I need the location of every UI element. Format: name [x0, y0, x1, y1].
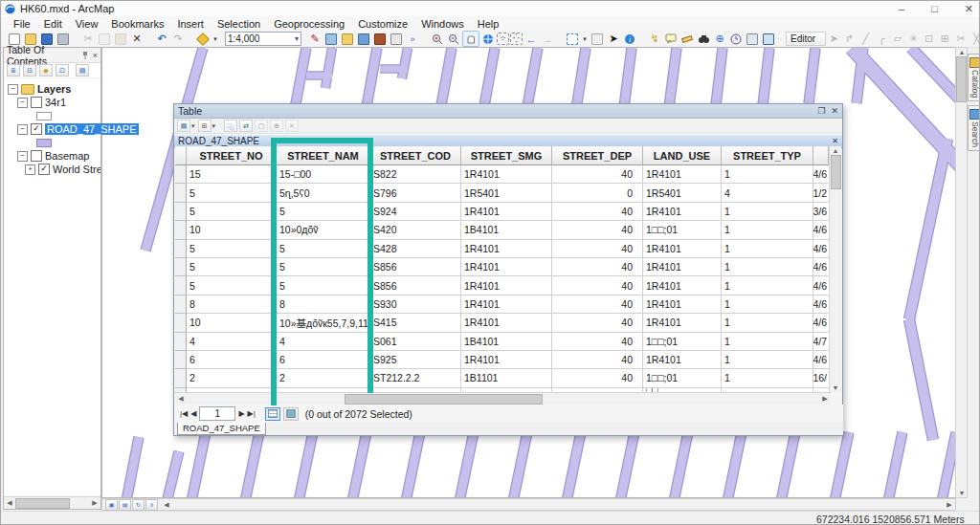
table-cell[interactable]: 5: [187, 276, 277, 295]
table-cell[interactable]: 16/: [813, 369, 829, 387]
edit-annotation-icon[interactable]: ↱: [842, 32, 858, 46]
cut-polygons-icon[interactable]: ✂: [953, 32, 969, 46]
table-cell[interactable]: 1: [722, 258, 813, 276]
table-cell[interactable]: 1: [722, 369, 813, 387]
row-selector[interactable]: [175, 351, 187, 369]
table-cell[interactable]: 1: [722, 295, 813, 314]
layer-checkbox-checked[interactable]: ✓: [31, 123, 42, 135]
clear-selection-icon[interactable]: ▢: [255, 120, 268, 132]
menu-edit[interactable]: Edit: [37, 17, 69, 31]
table-cell[interactable]: S061: [370, 333, 461, 351]
table-cell[interactable]: 4/6: [813, 240, 829, 258]
table-restore-icon[interactable]: ❐: [817, 106, 825, 116]
row-selector[interactable]: [175, 333, 187, 351]
redo-icon[interactable]: ↷: [170, 32, 186, 46]
table-cell[interactable]: 40: [552, 165, 643, 184]
toc-horizontal-scrollbar[interactable]: ◀ ▶: [4, 496, 100, 509]
row-selector[interactable]: [175, 221, 187, 239]
switch-selection-icon[interactable]: ⇄: [239, 120, 253, 132]
menu-bookmarks[interactable]: Bookmarks: [104, 17, 170, 31]
table-cell[interactable]: 40: [552, 369, 643, 387]
search-window-icon[interactable]: [356, 32, 371, 46]
python-window-icon[interactable]: »: [405, 32, 420, 46]
table-cell[interactable]: 1: [722, 314, 813, 332]
table-cell[interactable]: 1R4101: [643, 295, 722, 314]
table-cell[interactable]: 0: [552, 184, 643, 202]
table-cell[interactable]: 5: [277, 240, 370, 258]
table-sheet-tab[interactable]: ROAD_47_SHAPE: [177, 423, 266, 435]
find-binoculars-icon[interactable]: [696, 32, 711, 46]
scroll-up-icon[interactable]: ▲: [956, 49, 968, 55]
scroll-up-icon[interactable]: ▲: [830, 147, 841, 154]
map-vertical-scrollbar[interactable]: ▲ ▼: [955, 47, 968, 498]
table-cell[interactable]: 1R5401: [643, 184, 722, 202]
table-cell[interactable]: 1R4101: [461, 165, 552, 184]
menu-insert[interactable]: Insert: [170, 17, 211, 31]
measure-icon[interactable]: [679, 32, 695, 46]
table-cell[interactable]: 4/6: [813, 276, 829, 295]
trace-icon[interactable]: ▱: [890, 32, 905, 46]
model-builder-icon[interactable]: [389, 32, 404, 46]
layer-checkbox-unchecked[interactable]: [31, 150, 42, 162]
column-header-street_cod[interactable]: STREET_COD: [370, 146, 461, 165]
restore-button[interactable]: □: [931, 3, 938, 14]
endpoint-arc-icon[interactable]: ╭: [874, 32, 889, 46]
toc-hscroll-thumb[interactable]: [15, 498, 70, 509]
table-cell[interactable]: 40: [552, 351, 643, 369]
line-symbol-swatch[interactable]: [36, 112, 52, 120]
reshape-icon[interactable]: ⊞: [938, 32, 953, 46]
toc-options-icon[interactable]: ▤: [76, 64, 89, 77]
data-view-button[interactable]: ▣: [105, 499, 118, 511]
row-selector[interactable]: [175, 240, 187, 258]
table-cell[interactable]: 1R4101: [643, 351, 722, 369]
select-elements-pointer-icon[interactable]: ➤: [606, 32, 621, 46]
selector-header[interactable]: [175, 146, 187, 165]
table-cell[interactable]: 4/6: [813, 165, 829, 184]
fixed-zoom-out-icon[interactable]: ⁛: [510, 33, 523, 45]
table-cell[interactable]: 1: [722, 221, 813, 239]
table-cell[interactable]: 4/6: [813, 258, 829, 276]
table-cell[interactable]: 10»0дõṽ: [277, 221, 370, 239]
table-cell[interactable]: 8: [277, 295, 370, 314]
table-cell[interactable]: 1R4101: [461, 276, 552, 295]
table-cell[interactable]: 5: [187, 203, 277, 221]
pan-hand-icon[interactable]: [462, 31, 479, 47]
table-options-icon[interactable]: ▤: [177, 120, 190, 132]
map-vscroll-thumb[interactable]: [956, 56, 967, 102]
table-cell[interactable]: 10»基дõṽк55,7,9,11: [277, 314, 370, 332]
fixed-zoom-in-icon[interactable]: ⁘: [497, 33, 509, 45]
add-data-dropdown-icon[interactable]: ▾: [212, 32, 219, 46]
related-tables-icon[interactable]: ⊞: [198, 120, 212, 132]
table-cell[interactable]: 3/6: [813, 203, 829, 221]
refresh-view-button[interactable]: ↻: [132, 499, 145, 511]
scroll-down-icon[interactable]: ▼: [956, 490, 968, 496]
table-cell[interactable]: 1: [722, 165, 813, 184]
table-vscroll-thumb[interactable]: [831, 155, 841, 189]
table-cell[interactable]: S925: [370, 351, 461, 369]
table-cell[interactable]: 1: [722, 240, 813, 258]
table-cell[interactable]: 1R4101: [461, 295, 552, 314]
table-cell[interactable]: 1R4101: [643, 203, 722, 221]
scroll-left-icon[interactable]: ◀: [161, 501, 172, 509]
table-cell[interactable]: 1R4101: [461, 203, 552, 221]
add-data-icon[interactable]: [195, 32, 211, 46]
paste-icon[interactable]: [113, 32, 128, 46]
menu-view[interactable]: View: [69, 17, 105, 31]
back-extent-icon[interactable]: ←: [523, 32, 539, 46]
row-selector[interactable]: [175, 184, 187, 202]
column-header-land_use[interactable]: LAND_USE: [643, 146, 722, 165]
viewer-window-icon[interactable]: [745, 32, 760, 46]
table-cell[interactable]: 1□□;01: [643, 369, 722, 387]
table-cell[interactable]: 1R4101: [643, 165, 722, 184]
table-cell[interactable]: 1/2: [813, 184, 829, 202]
list-by-drawing-order-icon[interactable]: ≣: [7, 64, 20, 77]
table-cell[interactable]: 4/6: [813, 295, 829, 314]
table-cell[interactable]: 1R4101: [643, 276, 722, 295]
column-header-street_dep[interactable]: STREET_DEP: [552, 146, 643, 165]
table-cell[interactable]: 1B1101: [461, 369, 552, 387]
table-cell[interactable]: 40: [552, 258, 643, 276]
table-cell[interactable]: 40: [552, 314, 643, 332]
scroll-right-icon[interactable]: ▶: [89, 499, 100, 507]
table-cell[interactable]: 15: [187, 165, 277, 184]
table-cell[interactable]: 1R5401: [461, 184, 552, 202]
